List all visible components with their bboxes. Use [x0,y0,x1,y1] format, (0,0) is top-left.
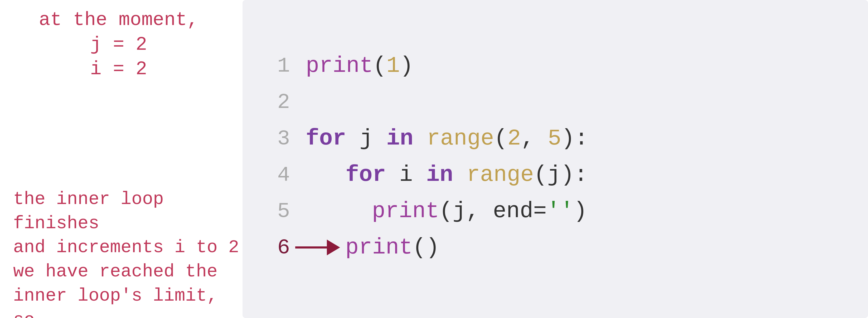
code-panel: 1 print(1) 2 3 for j in range(2, 5): 4 [243,0,868,318]
line-number-4: 4 [264,163,290,187]
code-line-3: 3 for j in range(2, 5): [264,123,847,154]
annotation-bottom: the inner loop finishes and increments i… [10,187,243,318]
line-code-6: print() [345,235,439,260]
annotation-top-line2: j = 2 [10,33,227,58]
line-code-4: for i in range(j): [306,162,588,188]
annotation-top-line3: i = 2 [10,57,227,82]
line-number-3: 3 [264,127,290,150]
line-number-6: 6 [264,236,290,259]
line-code-2 [306,90,319,115]
code-block: 1 print(1) 2 3 for j in range(2, 5): 4 [264,50,847,268]
line-number-2: 2 [264,90,290,114]
annotation-bottom-line1: the inner loop finishes [13,187,243,236]
code-line-2: 2 [264,86,847,118]
arrow-indicator [295,240,340,255]
code-line-1: 1 print(1) [264,50,847,82]
arrow-head [327,240,340,255]
annotation-bottom-line3: we have reached the [13,259,243,284]
line-code-3: for j in range(2, 5): [306,126,588,151]
code-line-4: 4 for i in range(j): [264,159,847,190]
code-line-6: 6 print() [264,232,847,263]
arrow-line [295,246,327,248]
annotation-bottom-line4: inner loop's limit, so [13,284,243,318]
line-number-1: 1 [264,54,290,78]
left-panel: at the moment, j = 2 i = 2 the inner loo… [0,0,243,318]
line-code-1: print(1) [306,53,413,79]
line-code-5: print(j, end='') [306,199,587,224]
line-number-5: 5 [264,199,290,223]
code-line-5: 5 print(j, end='') [264,195,847,227]
annotation-top: at the moment, j = 2 i = 2 [10,8,243,82]
annotation-bottom-line2: and increments i to 2 [13,235,243,259]
main-container: at the moment, j = 2 i = 2 the inner loo… [0,0,868,318]
annotation-top-line1: at the moment, [10,8,227,33]
